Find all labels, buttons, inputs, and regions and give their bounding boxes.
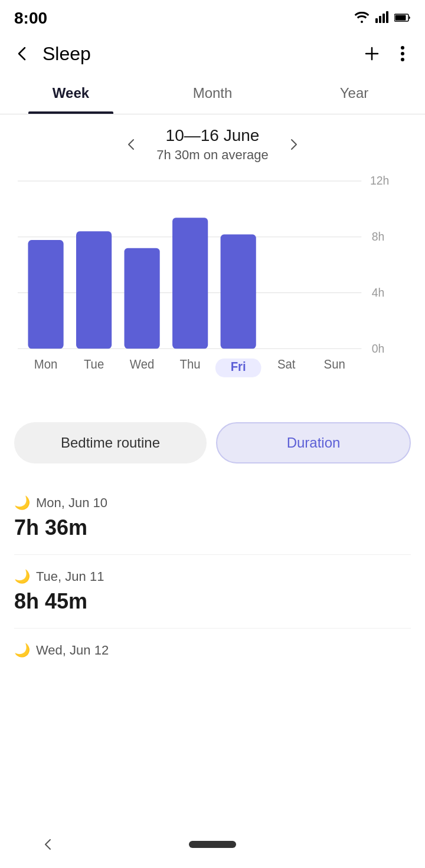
next-week-button[interactable] xyxy=(280,131,306,157)
wifi-icon xyxy=(354,11,370,26)
chart-section: 10—16 June 7h 30m on average 12h 8h 4h 0… xyxy=(0,114,425,405)
svg-rect-18 xyxy=(76,231,112,348)
svg-text:12h: 12h xyxy=(370,174,389,188)
status-time: 8:00 xyxy=(14,9,47,28)
svg-point-6 xyxy=(401,46,404,50)
svg-text:Sun: Sun xyxy=(324,357,345,371)
toggle-section: Bedtime routine Duration xyxy=(0,410,425,475)
svg-text:Thu: Thu xyxy=(180,357,201,371)
bar-chart: 12h 8h 4h 0h Mon Tue Wed Thu Fri Sat xyxy=(18,169,407,405)
svg-rect-0 xyxy=(375,18,378,23)
page-title: Sleep xyxy=(42,43,359,65)
day-entry-mon: 🌙 Mon, Jun 10 7h 36m xyxy=(14,481,411,555)
svg-rect-17 xyxy=(28,240,63,348)
more-button[interactable] xyxy=(390,41,416,67)
svg-text:Sat: Sat xyxy=(277,357,296,371)
svg-text:8h: 8h xyxy=(372,229,385,243)
chart-date-info: 10—16 June 7h 30m on average xyxy=(156,126,269,163)
nav-back-button[interactable] xyxy=(35,831,61,857)
moon-icon-wed: 🌙 xyxy=(14,643,30,658)
svg-text:Wed: Wed xyxy=(130,357,155,371)
day-entry-wed: 🌙 Wed, Jun 12 xyxy=(14,629,411,677)
back-button[interactable] xyxy=(9,41,35,67)
day-date-mon: 🌙 Mon, Jun 10 xyxy=(14,495,411,511)
date-average: 7h 30m on average xyxy=(156,147,269,163)
bedtime-routine-toggle[interactable]: Bedtime routine xyxy=(14,422,207,463)
day-duration-mon: 7h 36m xyxy=(14,515,411,540)
bottom-nav xyxy=(0,821,425,868)
daily-list: 🌙 Mon, Jun 10 7h 36m 🌙 Tue, Jun 11 8h 45… xyxy=(0,475,425,683)
svg-rect-5 xyxy=(395,15,406,20)
chart-date-nav: 10—16 June 7h 30m on average xyxy=(12,126,413,163)
status-icons xyxy=(354,11,411,26)
svg-rect-3 xyxy=(386,11,388,23)
signal-icon xyxy=(375,11,388,26)
svg-rect-1 xyxy=(379,16,381,23)
tab-year[interactable]: Year xyxy=(283,74,425,114)
status-bar: 8:00 xyxy=(0,0,425,33)
battery-icon xyxy=(394,12,411,25)
tab-month[interactable]: Month xyxy=(142,74,283,114)
top-bar: Sleep xyxy=(0,33,425,74)
moon-icon-mon: 🌙 xyxy=(14,495,30,511)
svg-text:Fri: Fri xyxy=(231,359,246,374)
home-indicator xyxy=(189,841,236,848)
day-entry-tue: 🌙 Tue, Jun 11 8h 45m xyxy=(14,555,411,629)
svg-rect-2 xyxy=(382,14,385,23)
svg-rect-19 xyxy=(125,248,160,349)
tab-week[interactable]: Week xyxy=(0,74,142,114)
top-actions xyxy=(359,41,416,67)
add-button[interactable] xyxy=(359,41,385,67)
date-range: 10—16 June xyxy=(156,126,269,145)
day-date-tue: 🌙 Tue, Jun 11 xyxy=(14,569,411,584)
svg-text:0h: 0h xyxy=(372,341,385,355)
svg-point-7 xyxy=(401,52,404,55)
svg-text:Mon: Mon xyxy=(34,357,58,371)
day-date-wed: 🌙 Wed, Jun 12 xyxy=(14,643,411,658)
svg-rect-21 xyxy=(221,235,256,349)
svg-point-8 xyxy=(401,58,404,61)
svg-text:4h: 4h xyxy=(372,285,385,299)
svg-rect-20 xyxy=(172,218,208,348)
day-duration-tue: 8h 45m xyxy=(14,589,411,614)
moon-icon-tue: 🌙 xyxy=(14,569,30,584)
prev-week-button[interactable] xyxy=(119,131,145,157)
svg-text:Tue: Tue xyxy=(84,357,104,371)
tabs: Week Month Year xyxy=(0,74,425,114)
duration-toggle[interactable]: Duration xyxy=(216,422,411,463)
